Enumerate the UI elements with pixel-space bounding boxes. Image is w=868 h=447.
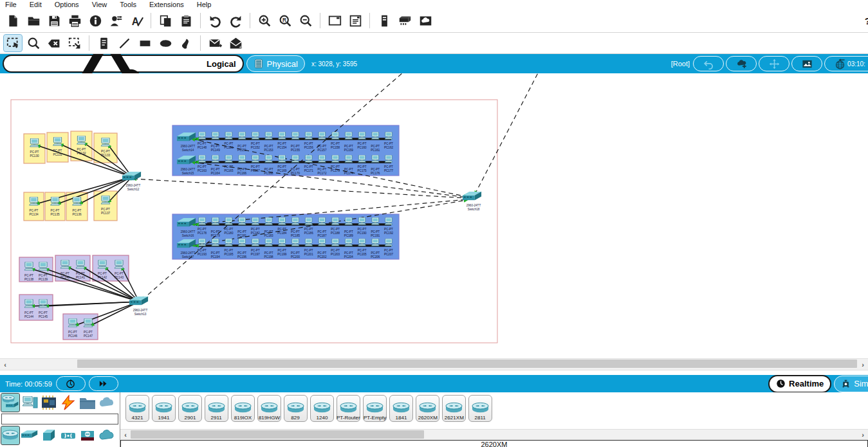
device-PC152[interactable] [252, 132, 259, 139]
device-scroll-left-arrow[interactable]: ‹ [120, 430, 131, 440]
category-miscellaneous[interactable] [78, 394, 97, 412]
meta-info-button[interactable] [86, 12, 104, 29]
device-PC147[interactable] [84, 318, 93, 327]
device-model-1941[interactable]: 1941 [152, 395, 176, 422]
device-PC193[interactable] [198, 239, 206, 246]
device-PC197[interactable] [252, 239, 259, 246]
device-Switch18[interactable] [463, 192, 482, 200]
undo-button[interactable] [206, 12, 224, 29]
resize-shape-button[interactable] [66, 35, 84, 51]
device-PC131[interactable] [53, 137, 62, 145]
device-PC200[interactable] [291, 239, 299, 246]
device-PC196[interactable] [238, 239, 246, 246]
device-PC141[interactable] [76, 260, 85, 268]
device-PC203[interactable] [331, 239, 339, 246]
category-multiuser[interactable] [98, 394, 116, 412]
device-PC148[interactable] [198, 132, 206, 139]
device-PC149[interactable] [212, 132, 219, 139]
tab-physical[interactable]: Physical [246, 55, 305, 72]
drawing-palette-button[interactable] [127, 12, 145, 29]
draw-line-button[interactable] [115, 35, 133, 51]
menu-extensions[interactable]: Extensions [149, 1, 184, 8]
menu-edit[interactable]: Edit [30, 1, 42, 8]
environment-button[interactable]: 03:10: [824, 56, 868, 71]
device-PC165[interactable] [225, 155, 232, 162]
device-PC164[interactable] [212, 155, 219, 162]
new-window-button[interactable] [326, 12, 344, 29]
device-model-pt-router[interactable]: PT-Router [337, 395, 360, 422]
device-PC136[interactable] [73, 197, 82, 205]
device-PC144[interactable] [24, 299, 33, 307]
device-PC145[interactable] [39, 299, 48, 307]
scroll-left-arrow[interactable]: ‹ [0, 359, 10, 370]
power-cycle-button[interactable] [56, 376, 86, 391]
device-PC180[interactable] [225, 217, 232, 224]
device-PC176[interactable] [371, 155, 379, 162]
pc-group-box[interactable] [47, 132, 68, 162]
device-Switch12[interactable] [122, 172, 142, 180]
fast-forward-button[interactable] [89, 376, 118, 391]
device-PC151[interactable] [238, 132, 246, 139]
device-PC204[interactable] [345, 239, 353, 246]
device-PC187[interactable] [318, 217, 326, 224]
device-PC146[interactable] [68, 318, 77, 327]
device-PC142[interactable] [98, 260, 107, 268]
zoom-reset-button[interactable] [276, 12, 294, 29]
device-PC166[interactable] [238, 155, 246, 162]
device-model-4321[interactable]: 4321 [125, 395, 149, 422]
menu-options[interactable]: Options [55, 1, 79, 8]
set-background-button[interactable] [791, 56, 822, 71]
tab-simulation[interactable]: Simulation [834, 376, 868, 392]
category-components[interactable] [40, 394, 58, 412]
device-PC157[interactable] [318, 132, 326, 139]
delete-tool-button[interactable] [45, 35, 63, 51]
move-object-button[interactable] [759, 56, 790, 71]
algorithm-settings-button[interactable] [375, 12, 393, 29]
draw-freeform-button[interactable] [177, 35, 195, 51]
copy-button[interactable] [156, 12, 174, 29]
pc-group-box[interactable] [94, 191, 117, 221]
device-model-829[interactable]: 829 [284, 395, 308, 422]
device-model-819iox[interactable]: 819IOX [231, 395, 255, 422]
custom-devices-button[interactable] [396, 12, 414, 29]
device-PC195[interactable] [225, 239, 232, 246]
device-PC156[interactable] [305, 132, 313, 139]
zoom-in-button[interactable] [255, 12, 273, 29]
device-model-pt-empty[interactable]: PT-Empty [363, 395, 387, 422]
device-filter-input[interactable] [1, 414, 118, 424]
device-PC189[interactable] [345, 217, 353, 224]
device-PC171[interactable] [305, 155, 313, 162]
scroll-right-arrow[interactable]: › [858, 359, 868, 370]
tab-realtime[interactable]: Realtime [768, 375, 831, 392]
device-PC154[interactable] [278, 132, 286, 139]
place-note-button[interactable] [95, 35, 113, 51]
device-PC162[interactable] [385, 132, 392, 139]
device-PC205[interactable] [358, 239, 366, 246]
device-PC160[interactable] [358, 132, 366, 139]
device-PC168[interactable] [265, 155, 273, 162]
device-PC206[interactable] [371, 239, 379, 246]
device-PC159[interactable] [345, 132, 353, 139]
add-complex-pdu-button[interactable] [226, 35, 245, 51]
device-PC172[interactable] [318, 155, 326, 162]
subcategory-security[interactable] [78, 426, 97, 444]
tab-logical[interactable]: Logical [3, 55, 244, 73]
device-PC173[interactable] [331, 155, 339, 162]
device-PC191[interactable] [371, 217, 379, 224]
device-PC190[interactable] [358, 217, 366, 224]
activity-wizard-button[interactable] [107, 12, 125, 29]
device-PC194[interactable] [212, 239, 219, 246]
category-end-devices[interactable] [21, 394, 39, 412]
device-PC178[interactable] [198, 217, 206, 224]
redo-button[interactable] [226, 12, 245, 29]
menu-tools[interactable]: Tools [120, 1, 136, 8]
back-button[interactable] [693, 56, 724, 71]
viewport-button[interactable] [346, 12, 364, 29]
add-simple-pdu-button[interactable] [206, 35, 224, 51]
draw-rectangle-button[interactable] [136, 35, 154, 51]
save-button[interactable] [45, 12, 63, 29]
device-PC175[interactable] [358, 155, 366, 162]
canvas-hscrollbar[interactable]: ‹ › [0, 358, 868, 370]
inspect-tool-button[interactable] [24, 35, 42, 51]
device-model-1841[interactable]: 1841 [389, 395, 413, 422]
